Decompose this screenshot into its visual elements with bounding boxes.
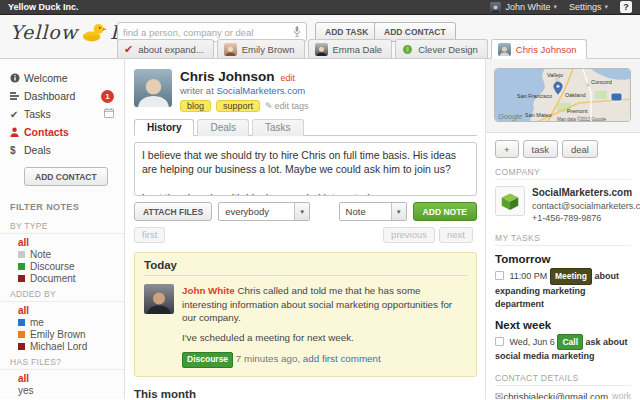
map[interactable]: Vallejo Concord San Francisco Oakland Sa…: [494, 68, 631, 122]
filter-has-files-all[interactable]: all: [0, 372, 124, 384]
filter-added-by-michael[interactable]: Michael Lord: [0, 340, 124, 352]
filter-added-by-all[interactable]: all: [0, 304, 124, 316]
quick-add-button[interactable]: +: [495, 140, 519, 158]
sidebar-item-label: Welcome: [24, 72, 68, 84]
author-link[interactable]: John White: [182, 285, 235, 296]
edit-tags-link[interactable]: ✎edit tags: [265, 101, 309, 111]
quick-task-button[interactable]: task: [523, 140, 558, 158]
filter-notes-title: FILTER NOTES: [0, 196, 124, 216]
pencil-icon: ✎: [265, 101, 273, 111]
emily-swatch: [18, 331, 25, 338]
tab-tasks[interactable]: Tasks: [252, 119, 304, 136]
calendar-icon[interactable]: [104, 108, 114, 120]
chevron-down-icon: ▼: [294, 203, 309, 220]
tab-history[interactable]: History: [134, 119, 194, 136]
attach-files-button[interactable]: ATTACH FILES: [134, 202, 212, 221]
company-link[interactable]: SocialMarketers.com: [216, 85, 305, 96]
task-group-next-week: Next week: [495, 319, 631, 331]
company-name: Yellow Duck Inc.: [8, 2, 79, 12]
timeline-entry: John White Chris called and told me that…: [144, 284, 467, 368]
this-month-heading: This month: [134, 388, 477, 399]
audience-select[interactable]: everybody ▼: [218, 202, 310, 221]
checkmark-icon: ✔: [124, 43, 133, 56]
contact-role: writer at: [180, 85, 214, 96]
task-checkbox[interactable]: [495, 271, 504, 280]
sidebar-add-contact-button[interactable]: ADD CONTACT: [24, 167, 108, 186]
map-label: Concord: [591, 79, 612, 85]
filter-by-type-discourse[interactable]: Discourse: [0, 260, 124, 272]
filter-by-type-document[interactable]: Document: [0, 272, 124, 284]
sidebar-item-welcome[interactable]: Welcome: [0, 69, 124, 87]
open-record-tabs: ✔ about expand... Emily Brown Emma Dale: [117, 39, 590, 59]
filter-by-type-note[interactable]: Note: [0, 248, 124, 260]
contact-email-value[interactable]: chrisbialecki@gmail.com: [503, 391, 608, 399]
company-phone: +1-456-789-9876: [532, 212, 640, 224]
entry-text: John White Chris called and told me that…: [182, 284, 467, 325]
filter-label: Document: [30, 273, 76, 284]
settings-menu[interactable]: Settings ▾: [569, 2, 608, 12]
filter-added-by-emily[interactable]: Emily Brown: [0, 328, 124, 340]
sidebar-item-label: Deals: [24, 144, 51, 156]
entry-timestamp: 7 minutes ago,: [236, 353, 300, 364]
edit-contact-link[interactable]: edit: [281, 73, 296, 83]
detail-label: work: [612, 391, 631, 399]
tab-chris-johnson[interactable]: Chris Johnson: [491, 39, 587, 59]
note-type-select[interactable]: Note ▼: [339, 202, 407, 221]
note-textarea[interactable]: I believe that we should try to hire Chr…: [134, 142, 477, 196]
chevron-down-icon: ▾: [553, 3, 557, 11]
tab-clever-design[interactable]: Clever Design: [395, 39, 488, 59]
filter-has-files-no[interactable]: no: [0, 396, 124, 399]
previous-page-button[interactable]: previous: [383, 227, 435, 243]
first-page-button[interactable]: first: [134, 227, 165, 243]
sidebar-item-deals[interactable]: $ Deals: [0, 141, 124, 159]
task-checkbox[interactable]: [495, 337, 504, 346]
tab-about-expand[interactable]: ✔ about expand...: [117, 39, 214, 59]
app-window: Yellow Duck Inc. John White ▾ Settings ▾…: [0, 0, 640, 400]
tab-label: Emma Dale: [333, 44, 383, 55]
tag-support[interactable]: support: [216, 100, 260, 112]
avatar: [315, 43, 328, 56]
meeting-badge: Meeting: [550, 268, 592, 285]
person-icon: [10, 127, 24, 137]
company-email[interactable]: contact@socialmarketers.com: [532, 200, 640, 212]
edit-tags-label: edit tags: [275, 101, 309, 111]
note-type-value: Note: [340, 206, 372, 217]
filter-has-files-yes[interactable]: yes: [0, 384, 124, 396]
sidebar-item-tasks[interactable]: ✔ Tasks: [0, 105, 124, 123]
next-page-button[interactable]: next: [439, 227, 473, 243]
user-menu[interactable]: John White ▾: [490, 2, 557, 13]
tab-deals[interactable]: Deals: [197, 119, 249, 136]
email-icon: ✉: [495, 391, 503, 399]
filter-label: me: [30, 317, 44, 328]
tab-emma-dale[interactable]: Emma Dale: [308, 39, 393, 59]
add-first-comment-link[interactable]: add first comment: [303, 353, 381, 364]
filter-group-by-type: BY TYPE: [0, 216, 124, 234]
company-name-link[interactable]: SocialMarketers.com: [532, 186, 640, 200]
search-input[interactable]: [123, 27, 293, 38]
help-button[interactable]: ?: [620, 1, 632, 13]
filter-by-type-all[interactable]: all: [0, 236, 124, 248]
chevron-down-icon: ▼: [391, 203, 406, 220]
task-item: 11:00 PM Meeting about expanding marketi…: [495, 268, 631, 312]
tag-blog[interactable]: blog: [180, 100, 211, 112]
my-tasks-section-title: MY TASKS: [495, 233, 631, 246]
check-icon: ✔: [10, 109, 24, 120]
call-badge: Call: [557, 334, 583, 351]
contact-details-section-title: CONTACT DETAILS: [495, 373, 631, 386]
task-item: Wed, Jun 6 Call ask about social media m…: [495, 334, 631, 364]
map-label: Fremont: [567, 108, 588, 114]
filter-added-by-me[interactable]: me: [0, 316, 124, 328]
quick-deal-button[interactable]: deal: [562, 140, 598, 158]
dashboard-badge: 1: [101, 90, 114, 103]
add-note-button[interactable]: ADD NOTE: [413, 202, 477, 221]
microphone-icon[interactable]: [293, 26, 301, 38]
google-logo: Google: [498, 112, 522, 121]
tab-emily-brown[interactable]: Emily Brown: [217, 39, 305, 59]
sidebar-item-contacts[interactable]: Contacts: [0, 123, 124, 141]
sidebar-item-dashboard[interactable]: Dashboard 1: [0, 87, 124, 105]
right-sidebar: Vallejo Concord San Francisco Oakland Sa…: [485, 59, 640, 399]
discourse-swatch: [18, 263, 25, 270]
user-avatar: [490, 2, 501, 13]
company-card: SocialMarketers.com contact@socialmarket…: [495, 186, 631, 224]
task-group-tomorrow: Tomorrow: [495, 253, 631, 265]
